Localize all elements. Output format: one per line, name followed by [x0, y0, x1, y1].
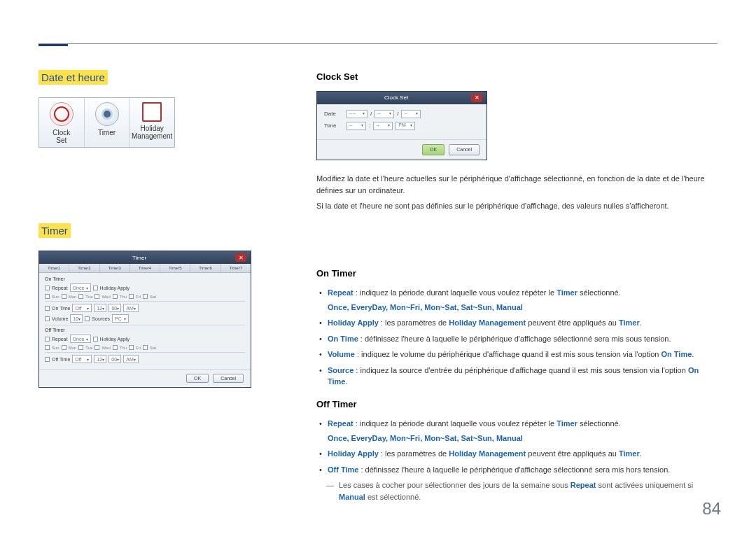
date-field[interactable]: --▾ — [374, 110, 394, 118]
ampm-field[interactable]: PM▾ — [396, 122, 415, 130]
ontimer-ontime-item: On Time : définissez l'heure à laquelle … — [328, 333, 719, 345]
offtimer-repeat-item: Repeat : indiquez la période durant laqu… — [328, 418, 719, 444]
ontimer-holiday-item: Holiday Apply : les paramètres de Holida… — [328, 317, 719, 329]
ontimer-source-item: Source : indiquez la source d'entrée du … — [328, 365, 719, 388]
timer-tab[interactable]: Timer7 — [221, 264, 251, 272]
holiday-apply-label: Holiday Apply — [100, 337, 130, 342]
source-select[interactable]: PC▾ — [112, 314, 129, 323]
checkbox[interactable] — [45, 337, 50, 342]
timer-tab[interactable]: Timer6 — [190, 264, 220, 272]
section-title-date-heure: Date et heure — [38, 70, 108, 85]
day-checkbox[interactable] — [62, 294, 66, 299]
on-timer-heading: On Timer — [316, 267, 719, 281]
repeat-options: Once, EveryDay, Mon~Fri, Mon~Sat, Sat~Su… — [328, 302, 719, 314]
cancel-button[interactable]: Cancel — [213, 374, 244, 383]
timer-dlg-title: Timer — [43, 255, 235, 261]
on-timer-heading: On Timer — [45, 276, 245, 281]
day-checkbox[interactable] — [78, 294, 83, 299]
time-label: Time — [324, 122, 344, 130]
page-number: 84 — [702, 499, 721, 519]
day-checkbox[interactable] — [113, 294, 118, 299]
clock-set-heading: Clock Set — [316, 70, 719, 84]
checkbox[interactable] — [93, 286, 98, 290]
day-checkbox[interactable] — [143, 294, 148, 299]
holiday-tab-label: Holiday Management — [130, 125, 174, 140]
day-checkbox[interactable] — [45, 294, 50, 299]
minute-select[interactable]: 00▾ — [108, 355, 121, 363]
volume-label: Volume — [52, 316, 68, 321]
ontimer-volume-item: Volume : indiquez le volume du périphéri… — [328, 349, 719, 360]
checkbox[interactable] — [45, 357, 50, 362]
holiday-apply-label: Holiday Apply — [100, 286, 130, 290]
date-field[interactable]: --▾ — [401, 110, 421, 118]
timer-icon — [95, 102, 119, 126]
section-title-timer: Timer — [38, 223, 71, 238]
day-checkbox[interactable] — [94, 345, 99, 350]
manual-note: ― Les cases à cocher pour sélectionner d… — [316, 479, 719, 503]
day-checkbox[interactable] — [129, 345, 134, 350]
ontime-enable-select[interactable]: Off▾ — [72, 304, 92, 312]
checkbox[interactable] — [45, 316, 50, 321]
ok-button[interactable]: OK — [186, 374, 209, 383]
ontimer-repeat-item: Repeat : indiquez la période durant laqu… — [328, 287, 719, 313]
time-tab-thumbnail: Clock Set Timer Holiday Management — [38, 97, 175, 148]
clockset-dialog-thumbnail: Clock Set ✕ Date ----▾ / --▾ / --▾ Time … — [316, 91, 487, 161]
timer-tab[interactable]: Timer1 — [39, 264, 69, 272]
clockset-dlg-title: Clock Set — [321, 94, 471, 102]
timer-tab[interactable]: Timer2 — [69, 264, 99, 272]
clockset-desc-2: Si la date et l'heure ne sont pas défini… — [316, 200, 719, 212]
clockset-desc-1: Modifiez la date et l'heure actuelles su… — [316, 173, 719, 196]
repeat-select[interactable]: Once▾ — [70, 335, 91, 343]
checkbox[interactable] — [45, 306, 50, 311]
ok-button[interactable]: OK — [422, 144, 444, 156]
timer-tab[interactable]: Timer5 — [160, 264, 190, 272]
volume-select[interactable]: 10▾ — [70, 314, 83, 323]
sources-label: Sources — [92, 316, 110, 321]
day-checkbox[interactable] — [143, 345, 148, 350]
date-field[interactable]: ----▾ — [346, 110, 368, 118]
close-icon[interactable]: ✕ — [471, 94, 482, 102]
offtime-enable-select[interactable]: Off▾ — [72, 355, 92, 363]
day-checkbox[interactable] — [113, 345, 118, 350]
clock-set-tab-label: Clock Set — [39, 129, 84, 144]
day-checkbox[interactable] — [62, 345, 66, 350]
hour-select[interactable]: 12▾ — [94, 355, 106, 363]
clock-icon — [50, 102, 74, 126]
offtimer-holiday-item: Holiday Apply : les paramètres de Holida… — [328, 448, 719, 460]
time-field[interactable]: --▾ — [373, 122, 393, 130]
checkbox[interactable] — [93, 337, 98, 342]
time-field[interactable]: --▾ — [346, 122, 366, 130]
off-timer-heading: Off Timer — [316, 398, 719, 412]
day-checkbox[interactable] — [129, 294, 134, 299]
ampm-select[interactable]: AM▾ — [123, 355, 139, 363]
repeat-options: Once, EveryDay, Mon~Fri, Mon~Sat, Sat~Su… — [328, 433, 719, 444]
timer-dialog-thumbnail: Timer ✕ Timer1 Timer2 Timer3 Timer4 Time… — [38, 251, 251, 388]
on-time-label: On Time — [52, 306, 70, 311]
repeat-label: Repeat — [52, 286, 68, 290]
repeat-label: Repeat — [52, 337, 68, 342]
day-checkbox[interactable] — [78, 345, 83, 350]
ampm-select[interactable]: AM▾ — [123, 304, 139, 312]
timer-tab[interactable]: Timer3 — [100, 264, 130, 272]
off-time-label: Off Time — [52, 357, 70, 362]
timer-tab[interactable]: Timer4 — [130, 264, 160, 272]
timer-tab-label: Timer — [85, 129, 130, 136]
hour-select[interactable]: 12▾ — [94, 304, 106, 312]
minute-select[interactable]: 00▾ — [108, 304, 121, 312]
day-checkbox[interactable] — [94, 294, 99, 299]
repeat-select[interactable]: Once▾ — [70, 283, 91, 292]
day-checkbox[interactable] — [45, 345, 50, 350]
offtimer-offtime-item: Off Time : définissez l'heure à laquelle… — [328, 464, 719, 476]
checkbox[interactable] — [85, 316, 90, 321]
cancel-button[interactable]: Cancel — [449, 144, 479, 156]
checkbox[interactable] — [45, 286, 50, 290]
date-label: Date — [324, 110, 344, 118]
close-icon[interactable]: ✕ — [235, 253, 246, 262]
off-timer-heading: Off Timer — [45, 328, 245, 332]
calendar-icon — [130, 102, 174, 122]
